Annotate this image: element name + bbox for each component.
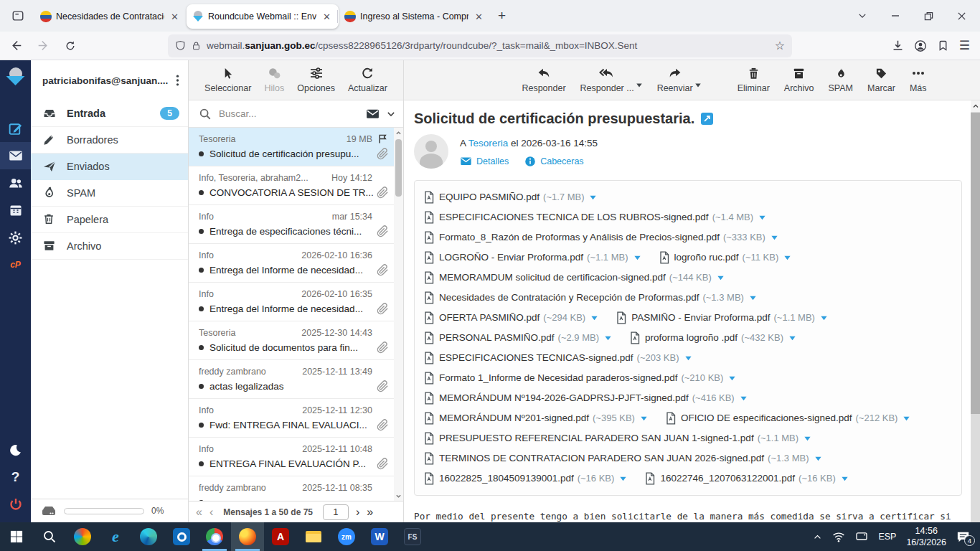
dark-mode-button[interactable] [0, 436, 31, 463]
attachment-menu-caret-icon[interactable] [740, 395, 748, 402]
attachment-item[interactable]: LOGROÑO - Enviar Proforma.pdf (~1.1 MB) [423, 248, 641, 268]
library-icon[interactable] [937, 39, 949, 52]
headers-toggle[interactable]: Cabeceras [524, 155, 583, 167]
attachment-item[interactable]: Formato 1_Informe de Necesidad paraderos… [423, 368, 736, 388]
threads-button[interactable]: Hilos [264, 65, 284, 93]
browser-tab-ingreso[interactable]: Ingreso al Sistema - Compras P ✕ [339, 4, 491, 29]
taskbar-acrobat[interactable]: A [264, 522, 297, 551]
archive-button[interactable]: Archivo [784, 65, 814, 93]
attachment-menu-caret-icon[interactable] [783, 255, 791, 261]
attachment-item[interactable]: PERSONAL PASMIÑO.pdf (~2.9 MB) [423, 328, 612, 348]
bookmark-star-icon[interactable]: ☆ [775, 39, 785, 52]
shield-icon[interactable] [175, 40, 186, 51]
message-list-item[interactable]: Info 2025-12-11 10:48 ENTREGA FINAL EVAL… [189, 438, 395, 476]
attachment-menu-caret-icon[interactable] [604, 335, 612, 342]
scroll-down-arrow[interactable] [394, 491, 403, 501]
taskbar-copilot[interactable] [66, 522, 99, 551]
page-number-input[interactable] [323, 504, 349, 520]
mark-button[interactable]: Marcar [867, 65, 895, 93]
message-list-item[interactable]: freddy zambrano 2025-12-11 08:35 [189, 476, 395, 501]
attachment-item[interactable]: 16022825_1804509139001.pdf (~16 KB) [423, 468, 627, 489]
open-in-new-window-icon[interactable] [701, 113, 713, 125]
logout-button[interactable] [0, 491, 31, 518]
attachment-item[interactable]: OFICIO DE especificaciones-signed.pdf (~… [665, 408, 911, 428]
calendar-nav-button[interactable] [0, 197, 31, 224]
attachment-item[interactable]: MEMORÁNDUM Nº201-signed.pdf (~395 KB) [423, 408, 648, 428]
attachment-menu-caret-icon[interactable] [804, 435, 811, 442]
attachment-menu-caret-icon[interactable] [589, 194, 597, 201]
attachment-menu-caret-icon[interactable] [841, 476, 849, 482]
reply-button[interactable]: Responder [522, 65, 565, 93]
prev-page-button[interactable]: ‹ [209, 506, 213, 519]
tab-close-icon[interactable]: ✕ [473, 11, 485, 22]
url-bar[interactable]: webmail.sanjuan.gob.ec/cpsess8228965126/… [168, 34, 792, 57]
taskbar-firefox[interactable] [231, 522, 264, 551]
folder-spam[interactable]: SPAM [31, 180, 188, 207]
mail-scroll-thumb[interactable] [971, 113, 980, 414]
folder-papelera[interactable]: Papelera [31, 207, 188, 233]
account-menu-button[interactable] [173, 71, 182, 90]
attachment-item[interactable]: OFERTA PASMIÑO.pdf (~294 KB) [423, 308, 598, 328]
reload-button[interactable] [59, 35, 82, 57]
taskbar-outlook[interactable] [165, 522, 198, 551]
attachment-menu-caret-icon[interactable] [903, 415, 910, 422]
language-indicator[interactable]: ESP [878, 532, 896, 542]
attachment-menu-caret-icon[interactable] [633, 255, 641, 261]
account-icon[interactable] [914, 39, 927, 52]
forward-button[interactable] [32, 35, 55, 57]
attachment-item[interactable]: Necesidades de Contratación y Recepción … [423, 288, 757, 308]
taskbar-edge[interactable] [132, 522, 165, 551]
attachment-item[interactable]: Formato_8_Razón de Proformas y Análisis … [423, 227, 778, 248]
taskbar-chrome[interactable] [198, 522, 231, 551]
message-list-item[interactable]: Tesoreria 19 MB Solicitud de certificaci… [189, 128, 395, 166]
message-list-item[interactable]: Info 2025-12-11 12:30 Fwd: ENTREGA FINAL… [189, 399, 395, 438]
attachment-menu-caret-icon[interactable] [749, 295, 757, 301]
forward-button[interactable]: Reenviar [657, 65, 693, 93]
taskbar-zoom[interactable]: zm [330, 522, 363, 551]
attachment-item[interactable]: ESPECIFICACIONES TECNICAS-signed.pdf (~2… [423, 348, 692, 368]
list-tabs-chevron-button[interactable] [848, 4, 877, 28]
attachment-item[interactable]: logroño ruc.pdf (~11 KB) [659, 248, 792, 268]
taskbar-search-button[interactable] [33, 522, 66, 551]
search-scope-envelope-icon[interactable] [365, 106, 380, 121]
message-list-item[interactable]: Info, Tesoreria, abraham2... Hoy 14:12 C… [189, 166, 395, 205]
flag-icon[interactable] [377, 133, 389, 145]
refresh-button[interactable]: Actualizar [348, 65, 387, 93]
more-button[interactable]: Más [910, 65, 927, 93]
folder-archivo[interactable]: Archivo [31, 233, 188, 260]
compose-button[interactable] [0, 115, 31, 142]
taskbar-internet-explorer[interactable]: e [99, 522, 132, 551]
recipient-link[interactable]: Tesoreria [468, 138, 509, 149]
details-toggle[interactable]: Detalles [460, 155, 509, 167]
notifications-button[interactable]: 4 [956, 531, 970, 543]
restore-button[interactable] [914, 4, 943, 28]
contacts-nav-button[interactable] [0, 169, 31, 197]
menu-hamburger-icon[interactable]: ☰ [959, 38, 970, 53]
list-scroll-thumb[interactable] [395, 139, 402, 197]
tray-chevron-up-icon[interactable] [813, 532, 822, 542]
taskbar-file-explorer[interactable] [297, 522, 330, 551]
attachment-menu-caret-icon[interactable] [771, 235, 778, 241]
first-page-button[interactable]: « [196, 506, 202, 519]
attachment-menu-caret-icon[interactable] [619, 476, 627, 482]
attachment-menu-caret-icon[interactable] [684, 355, 692, 362]
search-options-chevron-icon[interactable] [386, 109, 396, 119]
attachment-menu-caret-icon[interactable] [758, 215, 766, 221]
taskbar-word[interactable]: W [363, 522, 396, 551]
attachment-menu-caret-icon[interactable] [814, 456, 822, 462]
cpanel-button[interactable]: cP [0, 251, 31, 278]
mail-nav-button[interactable] [0, 142, 31, 169]
reply-all-button[interactable]: Responder ... [580, 65, 634, 93]
attachment-menu-caret-icon[interactable] [728, 375, 736, 382]
attachment-item[interactable]: ESPECIFICACIONES TECNICA DE LOS RUBROS-s… [423, 207, 766, 227]
attachment-item[interactable]: MEMORÁNDUM Nº194-2026-GADPRSJ-PJFT-signe… [423, 388, 748, 408]
message-list-item[interactable]: Info mar 15:34 Entrega de especificacion… [189, 205, 395, 244]
attachment-item[interactable]: MEMORAMDUM solicitud de certificacion-si… [423, 268, 725, 288]
minimize-button[interactable] [881, 4, 910, 28]
browser-tab-necesidades[interactable]: Necesidades de Contratación y ✕ [34, 4, 187, 29]
search-input[interactable] [219, 108, 365, 119]
taskbar-fs-app[interactable]: FS [396, 522, 429, 551]
scroll-up-arrow[interactable] [394, 128, 403, 138]
attachment-item[interactable]: TERMINOS DE CONTRATACION PARADERO SAN JU… [423, 448, 822, 468]
delete-button[interactable]: Eliminar [738, 65, 770, 93]
